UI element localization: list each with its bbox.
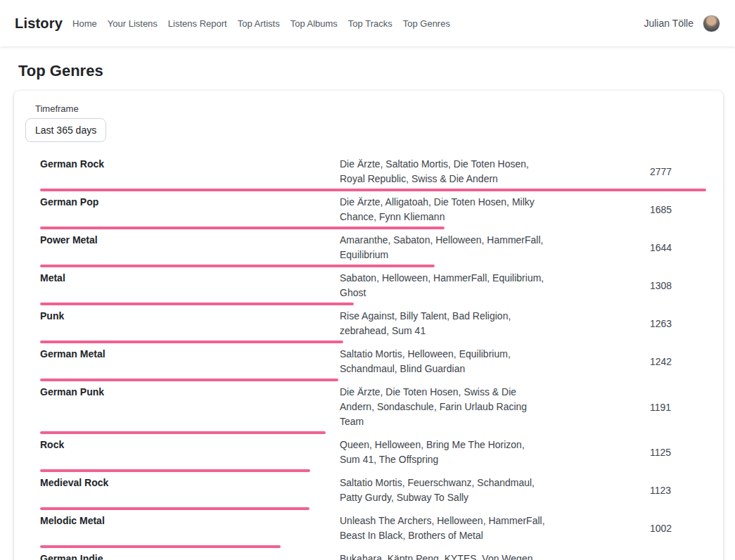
genre-bar	[40, 431, 706, 434]
genre-count: 1644	[650, 242, 706, 253]
genre-row: Power Metal Amaranthe, Sabaton, Hellowee…	[40, 229, 706, 267]
genre-count: 2777	[650, 166, 706, 177]
genre-bar-fill	[40, 341, 343, 343]
top-genres-card: Timeframe Last 365 days German Rock Die …	[14, 91, 723, 560]
genre-name: Medieval Rock	[40, 476, 340, 490]
genre-row: Melodic Metal Unleash The Archers, Hello…	[40, 510, 706, 548]
genre-bar-fill	[40, 507, 309, 510]
genre-name: Melodic Metal	[40, 514, 340, 528]
genre-name: German Pop	[40, 195, 340, 210]
genre-bar-fill	[40, 431, 326, 434]
genre-count: 1191	[650, 402, 706, 413]
genre-name: German Indie	[40, 552, 340, 560]
genre-artists: Rise Against, Billy Talent, Bad Religion…	[340, 309, 545, 338]
genre-bar-fill	[40, 265, 435, 267]
genre-row: German Indie Bukahara, Käptn Peng, KYTES…	[40, 548, 706, 560]
nav-link-home[interactable]: Home	[72, 18, 97, 29]
genre-artists: Saltatio Mortis, Feuerschwanz, Schandmau…	[340, 476, 545, 505]
timeframe-label: Timeframe	[35, 103, 712, 114]
genre-bar-fill	[40, 545, 281, 548]
main-nav: HomeYour ListensListens ReportTop Artist…	[72, 18, 450, 29]
nav-link-top-tracks[interactable]: Top Tracks	[348, 18, 392, 29]
nav-link-top-albums[interactable]: Top Albums	[290, 18, 338, 29]
genre-row: Punk Rise Against, Billy Talent, Bad Rel…	[40, 305, 706, 343]
genre-name: Metal	[40, 271, 340, 286]
timeframe-filter: Timeframe Last 365 days	[25, 103, 712, 142]
genre-bar-fill	[40, 303, 354, 305]
genre-count: 1308	[650, 280, 706, 291]
genre-count: 1123	[650, 485, 706, 496]
genre-count: 1242	[650, 356, 706, 367]
genre-row: German Metal Saltatio Mortis, Helloween,…	[40, 343, 706, 381]
genre-row: Medieval Rock Saltatio Mortis, Feuerschw…	[40, 472, 706, 510]
genre-name: Punk	[40, 309, 340, 324]
genre-artists: Die Ärzte, Die Toten Hosen, Swiss & Die …	[340, 385, 545, 429]
nav-link-top-genres[interactable]: Top Genres	[403, 18, 450, 29]
navbar: Listory HomeYour ListensListens ReportTo…	[0, 0, 735, 46]
nav-link-your-listens[interactable]: Your Listens	[108, 18, 158, 29]
genre-row: Metal Sabaton, Helloween, HammerFall, Eq…	[40, 267, 706, 305]
page-title: Top Genres	[18, 62, 735, 80]
genre-row: German Rock Die Ärzte, Saltatio Mortis, …	[40, 153, 706, 191]
timeframe-select[interactable]: Last 365 days	[25, 118, 106, 142]
genre-bar	[40, 545, 706, 548]
genre-bar	[40, 507, 706, 510]
user-menu[interactable]: Julian Tölle	[644, 15, 720, 32]
genre-artists: Die Ärzte, Alligatoah, Die Toten Hosen, …	[340, 195, 545, 224]
genre-bar	[40, 469, 706, 472]
genre-name: Rock	[40, 438, 340, 452]
user-name: Julian Tölle	[644, 18, 694, 29]
user-avatar[interactable]	[703, 15, 720, 32]
genre-bar	[40, 227, 706, 229]
genre-artists: Queen, Helloween, Bring Me The Horizon, …	[340, 438, 545, 467]
genre-name: German Metal	[40, 347, 340, 362]
genre-artists: Amaranthe, Sabaton, Helloween, HammerFal…	[340, 233, 545, 262]
genre-bar	[40, 265, 706, 267]
genre-row: German Pop Die Ärzte, Alligatoah, Die To…	[40, 191, 706, 229]
main-content: Top Genres Timeframe Last 365 days Germa…	[0, 62, 735, 560]
genre-artists: Saltatio Mortis, Helloween, Equilibrium,…	[340, 347, 545, 376]
genre-bar	[40, 189, 706, 191]
nav-link-listens-report[interactable]: Listens Report	[168, 18, 227, 29]
genre-bar	[40, 378, 706, 381]
genre-row: Rock Queen, Helloween, Bring Me The Hori…	[40, 434, 706, 472]
genre-bar	[40, 303, 706, 305]
genre-artists: Bukahara, Käptn Peng, KYTES, Von Wegen L…	[340, 552, 545, 560]
genre-row: German Punk Die Ärzte, Die Toten Hosen, …	[40, 381, 706, 434]
genre-bar	[40, 341, 706, 343]
genre-bar-fill	[40, 189, 706, 191]
genre-name: German Punk	[40, 385, 340, 400]
genre-artists: Die Ärzte, Saltatio Mortis, Die Toten Ho…	[340, 157, 545, 186]
genre-count: 1125	[650, 447, 706, 458]
genre-name: Power Metal	[40, 233, 340, 248]
genre-artists: Unleash The Archers, Helloween, HammerFa…	[340, 514, 545, 543]
nav-link-top-artists[interactable]: Top Artists	[238, 18, 280, 29]
genre-count: 1685	[650, 204, 706, 215]
genre-bar-fill	[40, 469, 310, 472]
genres-table: German Rock Die Ärzte, Saltatio Mortis, …	[40, 153, 706, 560]
genre-count: 1002	[650, 523, 706, 534]
genre-count: 1263	[650, 318, 706, 329]
genre-bar-fill	[40, 378, 338, 381]
genre-bar-fill	[40, 227, 445, 229]
brand-logo[interactable]: Listory	[15, 15, 63, 32]
genre-artists: Sabaton, Helloween, HammerFall, Equilibr…	[340, 271, 545, 300]
genre-name: German Rock	[40, 157, 340, 172]
